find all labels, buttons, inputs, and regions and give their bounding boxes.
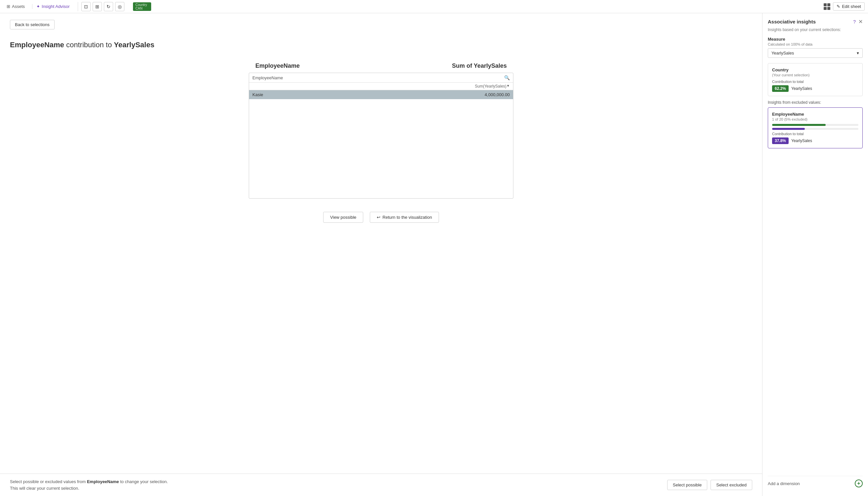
page-title-field: EmployeeName: [10, 41, 64, 49]
page-title-middle: contribution to: [64, 41, 114, 49]
edit-sheet-label: Edit sheet: [842, 4, 861, 9]
measure-label: Measure: [768, 37, 863, 42]
sort-icon[interactable]: ▼: [506, 84, 510, 89]
bar-track: [772, 124, 858, 126]
bottom-actions: Select possible Select excluded: [667, 480, 752, 490]
close-icon[interactable]: ✕: [858, 18, 863, 25]
bar-container: [772, 124, 858, 126]
row-name: Kasie: [252, 92, 263, 97]
contribution-label-current: Contribution to total: [772, 80, 858, 83]
data-table: EmployeeName 🔍 Sum(YearlySales) ▼ Kasie …: [249, 73, 513, 199]
current-selection-subtitle: (Your current selection): [772, 73, 858, 77]
excluded-insights-label: Insights from excluded values:: [768, 100, 863, 105]
content-area: Back to selections EmployeeName contribu…: [0, 13, 762, 496]
bar-fill-purple: [772, 128, 805, 130]
table-row[interactable]: Kasie 4,000,000.00: [249, 90, 513, 99]
column-header-name: EmployeeName: [255, 62, 300, 69]
page-title-measure: YearlySales: [114, 41, 154, 49]
grid-view-icon[interactable]: [824, 3, 830, 10]
contribution-measure-excluded: YearlySales: [791, 138, 812, 143]
bottom-bar-text: Select possible or excluded values from …: [10, 479, 175, 491]
pencil-icon: ✎: [837, 4, 840, 9]
table-search-row: EmployeeName 🔍: [249, 73, 513, 83]
return-label: Return to the visualization: [383, 215, 432, 220]
add-dimension-button[interactable]: +: [855, 479, 863, 487]
table-section: EmployeeName Sum of YearlySales Employee…: [249, 62, 513, 223]
assets-tab[interactable]: ⊞ Assets: [3, 4, 28, 9]
excluded-card[interactable]: EmployeeName 1 of 20 (5% excluded) Contr…: [768, 107, 863, 149]
contribution-row-current: 62.2% YearlySales: [772, 85, 858, 92]
insight-advisor-tab[interactable]: ✦ Insight Advisor: [32, 4, 74, 9]
back-to-selections-button[interactable]: Back to selections: [10, 20, 55, 29]
panel-subtitle: Insights based on your current selection…: [768, 28, 863, 32]
bottom-text-field: EmployeeName: [87, 479, 119, 484]
current-selection-title: Country: [772, 67, 858, 72]
search-icon[interactable]: 🔍: [504, 75, 510, 80]
view-possible-label: View possible: [330, 215, 356, 220]
contribution-label-excluded: Contribution to total: [772, 132, 858, 136]
bottom-bar: Select possible or excluded values from …: [0, 474, 762, 496]
excluded-card-subtitle: 1 of 20 (5% excluded): [772, 117, 858, 121]
contribution-row-excluded: 37.8% YearlySales: [772, 138, 858, 144]
selection-chip[interactable]: Country CAN: [133, 2, 151, 11]
topbar: ⊞ Assets ✦ Insight Advisor ⊡ ⊞ ↻ ◎ Count…: [0, 0, 868, 13]
insight-icon: ✦: [36, 4, 40, 9]
help-icon[interactable]: ?: [853, 19, 856, 25]
table-headers: EmployeeName Sum of YearlySales: [249, 62, 513, 69]
table-empty-area: [249, 99, 513, 198]
selection-value: CAN: [136, 6, 147, 10]
toolbar-icons: ⊡ ⊞ ↻ ◎: [78, 2, 128, 11]
sum-column-label: Sum(YearlySales): [475, 84, 506, 89]
assets-icon: ⊞: [6, 4, 10, 9]
main-layout: Back to selections EmployeeName contribu…: [0, 13, 868, 496]
panel-title: Associative insights: [768, 19, 816, 25]
measure-select[interactable]: YearlySales ▾: [768, 48, 863, 58]
contribution-measure-current: YearlySales: [791, 86, 812, 91]
current-selection-card: Country (Your current selection) Contrib…: [768, 63, 863, 96]
insight-advisor-label: Insight Advisor: [42, 4, 70, 9]
select-possible-button[interactable]: Select possible: [667, 480, 707, 490]
action-row: View possible ↩ Return to the visualizat…: [249, 212, 513, 223]
measure-value: YearlySales: [772, 50, 794, 56]
table-search-label: EmployeeName: [252, 75, 283, 80]
return-to-visualization-button[interactable]: ↩ Return to the visualization: [370, 212, 439, 223]
bar-fill-green: [772, 124, 826, 126]
toolbar-icon-4[interactable]: ◎: [115, 2, 124, 11]
toolbar-icon-2[interactable]: ⊞: [93, 2, 102, 11]
assets-label: Assets: [12, 4, 25, 9]
bar-track-purple: [772, 128, 858, 130]
contribution-badge-purple: 37.8%: [772, 138, 789, 144]
edit-sheet-button[interactable]: ✎ Edit sheet: [833, 2, 865, 11]
measure-sublabel: Calculated on 100% of data: [768, 42, 863, 46]
return-icon: ↩: [377, 215, 380, 220]
add-dimension-row: Add a dimension +: [768, 476, 863, 491]
row-value: 4,000,000.00: [484, 92, 510, 97]
bottom-text-prefix: Select possible or excluded values from: [10, 479, 87, 484]
bar-container-purple: [772, 128, 858, 130]
right-panel: Associative insights ? ✕ Insights based …: [762, 13, 868, 496]
excluded-card-title: EmployeeName: [772, 112, 858, 117]
chevron-down-icon: ▾: [857, 50, 859, 56]
table-col-header: Sum(YearlySales) ▼: [249, 83, 513, 90]
selection-field: Country: [136, 3, 147, 6]
column-header-value: Sum of YearlySales: [452, 62, 507, 69]
topbar-right: ✎ Edit sheet: [824, 2, 865, 11]
view-possible-button[interactable]: View possible: [323, 212, 363, 223]
page-title: EmployeeName contribution to YearlySales: [10, 41, 752, 49]
panel-header-icons: ? ✕: [853, 18, 863, 25]
add-dimension-label: Add a dimension: [768, 481, 800, 486]
toolbar-icon-3[interactable]: ↻: [104, 2, 113, 11]
panel-header: Associative insights ? ✕: [768, 18, 863, 25]
contribution-badge-green: 62.2%: [772, 85, 789, 92]
select-excluded-button[interactable]: Select excluded: [710, 480, 752, 490]
toolbar-icon-1[interactable]: ⊡: [81, 2, 91, 11]
